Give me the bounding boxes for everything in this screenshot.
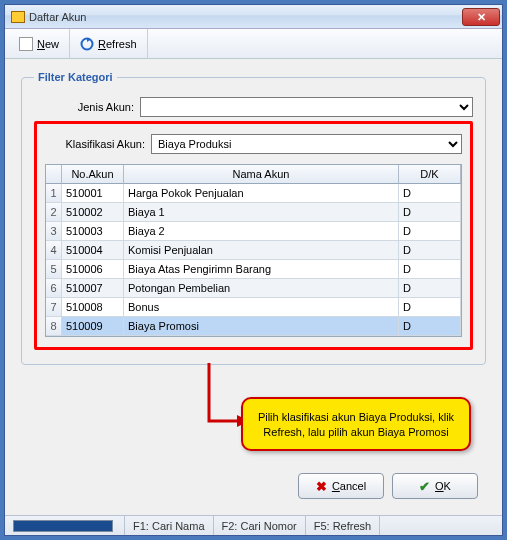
cell-dk: D bbox=[399, 260, 461, 279]
klasifikasi-label: Klasifikasi Akun: bbox=[45, 138, 145, 150]
table-row[interactable]: 2510002Biaya 1D bbox=[46, 203, 461, 222]
header-idx bbox=[46, 165, 62, 184]
filter-group: Filter Kategori Jenis Akun: Klasifikasi … bbox=[21, 71, 486, 365]
cell-dk: D bbox=[399, 184, 461, 203]
callout-box: Pilih klasifikasi akun Biaya Produksi, k… bbox=[241, 397, 471, 451]
cell-dk: D bbox=[399, 241, 461, 260]
row-index: 7 bbox=[46, 298, 62, 317]
progress-bar bbox=[13, 520, 113, 532]
cell-nama: Komisi Penjualan bbox=[124, 241, 399, 260]
status-progress bbox=[5, 516, 125, 535]
klasifikasi-select[interactable]: Biaya Produksi bbox=[151, 134, 462, 154]
app-window: Daftar Akun ✕ New Refresh Filter Kategor… bbox=[4, 4, 503, 536]
status-f1: F1: Cari Nama bbox=[125, 516, 214, 535]
table-row[interactable]: 6510007Potongan PembelianD bbox=[46, 279, 461, 298]
overlay-area: Pilih klasifikasi akun Biaya Produksi, k… bbox=[19, 371, 488, 467]
cell-nama: Biaya Atas Pengirimn Barang bbox=[124, 260, 399, 279]
highlight-box: Klasifikasi Akun: Biaya Produksi No.Akun… bbox=[34, 121, 473, 350]
row-index: 2 bbox=[46, 203, 62, 222]
row-index: 5 bbox=[46, 260, 62, 279]
cell-nama: Bonus bbox=[124, 298, 399, 317]
cell-nama: Harga Pokok Penjualan bbox=[124, 184, 399, 203]
new-button[interactable]: New bbox=[9, 29, 70, 58]
app-icon bbox=[11, 11, 25, 23]
status-f2: F2: Cari Nomor bbox=[214, 516, 306, 535]
callout-text: Pilih klasifikasi akun Biaya Produksi, k… bbox=[258, 411, 454, 438]
ok-button[interactable]: ✔ OK bbox=[392, 473, 478, 499]
table-row[interactable]: 8510009Biaya PromosiD bbox=[46, 317, 461, 336]
cell-no: 510006 bbox=[62, 260, 124, 279]
table-row[interactable]: 7510008BonusD bbox=[46, 298, 461, 317]
ok-icon: ✔ bbox=[419, 479, 430, 494]
window-title: Daftar Akun bbox=[29, 11, 462, 23]
titlebar: Daftar Akun ✕ bbox=[5, 5, 502, 29]
cell-nama: Biaya Promosi bbox=[124, 317, 399, 336]
refresh-button[interactable]: Refresh bbox=[70, 29, 148, 58]
row-index: 1 bbox=[46, 184, 62, 203]
cell-nama: Biaya 2 bbox=[124, 222, 399, 241]
table-row[interactable]: 1510001Harga Pokok PenjualanD bbox=[46, 184, 461, 203]
cancel-icon: ✖ bbox=[316, 479, 327, 494]
row-index: 4 bbox=[46, 241, 62, 260]
cell-no: 510009 bbox=[62, 317, 124, 336]
refresh-icon bbox=[80, 37, 94, 51]
close-button[interactable]: ✕ bbox=[462, 8, 500, 26]
cell-no: 510007 bbox=[62, 279, 124, 298]
row-index: 3 bbox=[46, 222, 62, 241]
filter-title: Filter Kategori bbox=[34, 71, 117, 83]
toolbar: New Refresh bbox=[5, 29, 502, 59]
header-dk[interactable]: D/K bbox=[399, 165, 461, 184]
table-row[interactable]: 4510004Komisi PenjualanD bbox=[46, 241, 461, 260]
table-row[interactable]: 5510006Biaya Atas Pengirimn BarangD bbox=[46, 260, 461, 279]
statusbar: F1: Cari Nama F2: Cari Nomor F5: Refresh bbox=[5, 515, 502, 535]
cell-nama: Potongan Pembelian bbox=[124, 279, 399, 298]
button-row: ✖ Cancel ✔ OK bbox=[19, 467, 488, 505]
cancel-label: ancel bbox=[340, 480, 366, 492]
cell-dk: D bbox=[399, 317, 461, 336]
cell-no: 510002 bbox=[62, 203, 124, 222]
jenis-select[interactable] bbox=[140, 97, 473, 117]
cell-dk: D bbox=[399, 203, 461, 222]
cell-no: 510004 bbox=[62, 241, 124, 260]
jenis-row: Jenis Akun: bbox=[34, 97, 473, 117]
header-nama[interactable]: Nama Akun bbox=[124, 165, 399, 184]
jenis-label: Jenis Akun: bbox=[34, 101, 134, 113]
refresh-label: efresh bbox=[106, 38, 137, 50]
row-index: 8 bbox=[46, 317, 62, 336]
header-no[interactable]: No.Akun bbox=[62, 165, 124, 184]
content-area: Filter Kategori Jenis Akun: Klasifikasi … bbox=[5, 59, 502, 515]
cell-no: 510008 bbox=[62, 298, 124, 317]
cell-nama: Biaya 1 bbox=[124, 203, 399, 222]
cell-no: 510003 bbox=[62, 222, 124, 241]
cell-dk: D bbox=[399, 222, 461, 241]
grid-header: No.Akun Nama Akun D/K bbox=[46, 165, 461, 184]
new-label: New bbox=[37, 38, 59, 50]
cancel-button[interactable]: ✖ Cancel bbox=[298, 473, 384, 499]
ok-label: K bbox=[444, 480, 451, 492]
table-row[interactable]: 3510003Biaya 2D bbox=[46, 222, 461, 241]
new-icon bbox=[19, 37, 33, 51]
cell-dk: D bbox=[399, 279, 461, 298]
status-f5: F5: Refresh bbox=[306, 516, 380, 535]
account-grid: No.Akun Nama Akun D/K 1510001Harga Pokok… bbox=[45, 164, 462, 337]
klasifikasi-row: Klasifikasi Akun: Biaya Produksi bbox=[45, 134, 462, 154]
row-index: 6 bbox=[46, 279, 62, 298]
cell-dk: D bbox=[399, 298, 461, 317]
cell-no: 510001 bbox=[62, 184, 124, 203]
